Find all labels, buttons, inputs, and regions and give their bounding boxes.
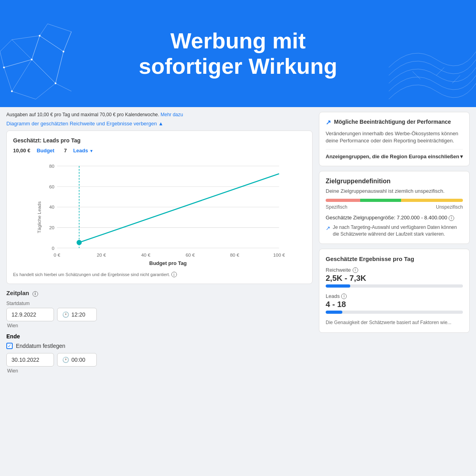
svg-point-15	[39, 35, 40, 36]
reichweite-value: 2,5K - 7,3K	[326, 274, 463, 283]
leads-dropdown[interactable]: Leads ▼	[73, 148, 93, 154]
svg-text:20 €: 20 €	[97, 252, 106, 258]
left-panel: Ausgaben auf 10,00 € pro Tag und maximal…	[6, 112, 313, 378]
end-section: Ende ✓ Enddatum festlegen 30.10.2022 🕐 0…	[6, 333, 313, 374]
leads-chart-svg: Tägliche Leads 80 60 40 20 0 0 €	[13, 157, 306, 269]
svg-text:20: 20	[49, 225, 55, 230]
svg-marker-3	[40, 24, 71, 52]
reichweite-item: Reichweite i 2,5K - 7,3K	[326, 267, 463, 288]
svg-text:0: 0	[52, 246, 54, 251]
svg-point-13	[63, 51, 64, 52]
svg-line-8	[56, 83, 71, 91]
accordion-row[interactable]: Anzeigengruppen, die die Region Europa e…	[326, 149, 463, 159]
reichweite-bar-fill	[326, 284, 350, 288]
end-date-time-row: 30.10.2022 🕐 00:00	[6, 353, 313, 367]
hero-geo-left-icon	[0, 20, 87, 107]
start-date-input[interactable]: 12.9.2022	[6, 308, 54, 321]
zielgruppe-note: ↗ Je nach Targeting-Auswahl und verfügba…	[326, 224, 463, 238]
ergebnisse-note: Die Genauigkeit der Schätzwerte basiert …	[326, 319, 463, 326]
start-time-input[interactable]: 🕐 12:20	[57, 308, 97, 321]
spectrum-labels: Spezifisch Unspezifisch	[326, 204, 463, 210]
warning-icon: ↗	[326, 119, 331, 126]
chart-meta: 10,00 € Budget 7 Leads ▼	[13, 148, 306, 154]
leads-erg-value: 4 - 18	[326, 300, 463, 309]
clock-icon-2: 🕐	[62, 357, 69, 363]
svg-point-14	[11, 90, 13, 92]
svg-text:60 €: 60 €	[186, 252, 195, 258]
svg-point-12	[55, 83, 56, 84]
start-timezone: Wien	[7, 323, 313, 328]
svg-line-19	[452, 75, 460, 83]
svg-marker-0	[12, 60, 56, 99]
ergebnisse-card: Geschätzte Ergebnisse pro Tag Reichweite…	[319, 249, 470, 333]
zielgruppe-desc: Deine Zielgruppenauswahl ist ziemlich un…	[326, 188, 463, 194]
ergebnisse-title: Geschätzte Ergebnisse pro Tag	[326, 255, 463, 262]
hero-geo-right-icon	[389, 20, 476, 107]
svg-line-17	[413, 71, 420, 79]
spectrum-bar	[326, 199, 463, 202]
chart-toggle[interactable]: Diagramm der geschätzten Reichweite und …	[6, 121, 313, 127]
leads-item: Leads i 4 - 18	[326, 293, 463, 314]
svg-text:60: 60	[49, 184, 55, 190]
reichweite-bar	[326, 284, 463, 288]
reichweite-label: Reichweite i	[326, 267, 463, 273]
end-date-input[interactable]: 30.10.2022	[6, 353, 54, 367]
clock-icon: 🕐	[62, 311, 69, 318]
checkmark-icon: ✓	[8, 343, 12, 349]
svg-text:100 €: 100 €	[273, 252, 285, 258]
zielgruppe-title: Zielgruppendefinition	[326, 178, 463, 185]
svg-text:Budget pro Tag: Budget pro Tag	[149, 260, 187, 266]
svg-marker-1	[32, 36, 63, 83]
svg-point-11	[31, 59, 33, 60]
mehr-dazu-link[interactable]: Mehr dazu	[161, 112, 183, 117]
start-date-time-row: 12.9.2022 🕐 12:20	[6, 308, 313, 321]
budget-value: 10,00 €	[13, 148, 30, 154]
zielgruppe-size: Geschätzte Zielgruppengröße: 7.200.000 -…	[326, 215, 463, 221]
svg-line-6	[56, 52, 63, 83]
reichweite-info-icon[interactable]: i	[353, 267, 358, 273]
end-label: Ende	[6, 333, 313, 340]
svg-line-9	[12, 36, 40, 40]
main-content: Ausgaben auf 10,00 € pro Tag und maximal…	[0, 107, 476, 383]
chart-card: Geschätzt: Leads pro Tag 10,00 € Budget …	[6, 131, 313, 284]
end-timezone: Wien	[7, 368, 313, 374]
svg-text:Tägliche Leads: Tägliche Leads	[36, 202, 42, 233]
svg-text:80 €: 80 €	[230, 252, 239, 258]
warning-text: Veränderungen innerhalb des Werbe-Ökosys…	[326, 130, 463, 144]
chart-note-info-icon[interactable]: i	[171, 272, 177, 277]
svg-line-7	[4, 67, 12, 91]
leads-bar	[326, 311, 463, 314]
leads-value: 7	[64, 148, 67, 154]
svg-text:0 €: 0 €	[54, 252, 60, 258]
hero-title: Werbung mit sofortiger Wirkung	[139, 28, 337, 79]
chevron-down-icon: ▾	[460, 154, 463, 159]
hero-banner: Werbung mit sofortiger Wirkung	[0, 0, 476, 107]
leads-arrow-icon: ▼	[90, 149, 94, 153]
end-checkbox-row[interactable]: ✓ Enddatum festlegen	[6, 343, 313, 349]
warning-card: ↗ Mögliche Beeinträchtigung der Performa…	[319, 112, 470, 166]
targeting-icon: ↗	[326, 225, 330, 232]
svg-text:40 €: 40 €	[141, 252, 150, 258]
leads-erg-info-icon[interactable]: i	[341, 294, 347, 299]
right-panel: ↗ Mögliche Beeinträchtigung der Performa…	[319, 112, 470, 378]
zeitplan-section: Zeitplan i Startdatum 12.9.2022 🕐 12:20 …	[6, 290, 313, 374]
start-label: Startdatum	[6, 301, 313, 306]
zielgruppe-info-icon[interactable]: i	[449, 215, 454, 221]
leads-erg-label: Leads i	[326, 293, 463, 299]
budget-label: Budget	[36, 148, 54, 154]
chart-note: Es handelt sich hierbei um Schätzungen u…	[13, 272, 306, 277]
svg-text:40: 40	[49, 204, 55, 210]
budget-info: Ausgaben auf 10,00 € pro Tag und maximal…	[6, 112, 313, 117]
zielgruppe-card: Zielgruppendefinition Deine Zielgruppena…	[319, 171, 470, 244]
svg-line-10	[63, 32, 71, 52]
end-time-input[interactable]: 🕐 00:00	[57, 353, 97, 367]
zeitplan-info-icon[interactable]: i	[33, 291, 38, 297]
warning-title: ↗ Mögliche Beeinträchtigung der Performa…	[326, 119, 463, 126]
svg-line-5	[32, 36, 40, 60]
zeitplan-title: Zeitplan i	[6, 290, 313, 297]
svg-point-16	[3, 67, 5, 68]
svg-text:80: 80	[49, 163, 55, 169]
svg-marker-2	[0, 40, 32, 67]
end-checkbox[interactable]: ✓	[6, 343, 13, 349]
chart-area: Tägliche Leads 80 60 40 20 0 0 €	[13, 157, 306, 269]
